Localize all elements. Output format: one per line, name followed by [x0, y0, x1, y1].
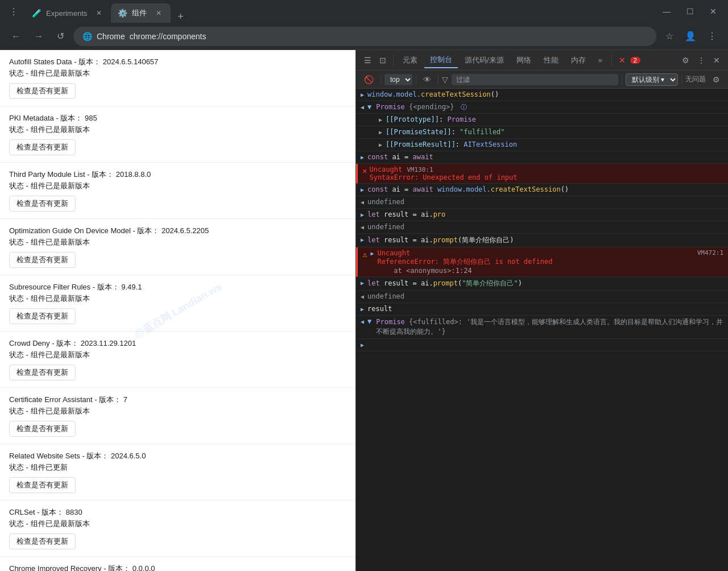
no-issues-label: 无问题 [685, 75, 706, 84]
back-button[interactable]: ← [7, 28, 25, 45]
titlebar: ⋮ 🧪 Experiments ✕ ⚙️ 组件 ✕ + — ☐ ✕ [0, 0, 728, 23]
tab-icon-components: ⚙️ [118, 9, 127, 18]
new-tab-button[interactable]: + [173, 11, 188, 23]
check-update-button[interactable]: 检查是否有更新 [9, 139, 76, 155]
bookmark-button[interactable]: ☆ [661, 27, 678, 45]
arrow-left-icon[interactable]: ◀ [361, 293, 364, 300]
tab-more[interactable]: » [593, 53, 608, 67]
error-count-badge: 2 [630, 57, 640, 64]
component-status: 状态 - 组件已是最新版本 [9, 350, 346, 360]
component-name: Related Website Sets - 版本： 2024.6.5.0 [9, 451, 346, 461]
check-update-button[interactable]: 检查是否有更新 [9, 365, 76, 380]
tab-network[interactable]: 网络 [511, 53, 537, 68]
console-sep-4 [622, 75, 622, 85]
arrow-right-icon[interactable]: ▶ [379, 117, 382, 123]
warning-icon: ⚠ [362, 250, 367, 259]
forward-button[interactable]: → [30, 28, 48, 45]
component-name: CRLSet - 版本： 8830 [9, 507, 346, 518]
component-name: Chrome Improved Recovery - 版本： 0.0.0.0 [9, 564, 346, 571]
arrow-right-icon[interactable]: ▶ [379, 142, 382, 148]
profile-button[interactable]: 👤 [680, 27, 701, 45]
component-name: Subresource Filter Rules - 版本： 9.49.1 [9, 282, 346, 292]
minimize-button[interactable]: — [656, 5, 677, 18]
arrow-right-icon[interactable]: ▶ [361, 280, 364, 286]
arrow-left-icon[interactable]: ◀ [361, 104, 364, 110]
console-context-select[interactable]: top [384, 74, 412, 85]
arrow-right-icon[interactable]: ▶ [361, 154, 364, 160]
console-error-line: ✕ UncaughtVM130:1 SyntaxError: Unexpecte… [356, 164, 728, 184]
console-eye-btn[interactable]: 👁 [420, 73, 435, 86]
devtools-dots-btn[interactable]: ⋮ [694, 53, 709, 67]
console-line: ▶ const ai = await [356, 151, 728, 164]
devtools-layout-btn[interactable]: ⊡ [376, 53, 390, 67]
check-update-button[interactable]: 检查是否有更新 [9, 477, 76, 493]
browser-menu-button[interactable]: ⋮ [703, 27, 721, 45]
url-bar[interactable]: 🌐 Chrome chrome://components [73, 27, 656, 46]
expand-icon-2[interactable]: ▼ [367, 317, 371, 325]
arrow-right-icon[interactable]: ▶ [379, 129, 382, 135]
component-name: Certificate Error Assistant - 版本： 7 [9, 395, 346, 405]
close-button[interactable]: ✕ [703, 5, 723, 18]
tab-console[interactable]: 控制台 [424, 52, 458, 68]
component-item: Certificate Error Assistant - 版本： 7 状态 -… [0, 388, 355, 444]
arrow-right-icon[interactable]: ▶ [361, 187, 364, 193]
arrow-right-icon[interactable]: ▶ [361, 92, 364, 98]
arrow-left-icon[interactable]: ◀ [361, 224, 364, 230]
tab-elements[interactable]: 元素 [397, 53, 423, 68]
check-update-button[interactable]: 检查是否有更新 [9, 421, 76, 437]
arrow-right-icon[interactable]: ▶ [361, 237, 364, 243]
arrow-right-icon[interactable]: ▶ [361, 212, 364, 218]
tab-label-experiments: Experiments [46, 9, 87, 18]
expand-icon[interactable]: ▼ [367, 103, 371, 111]
tab-memory[interactable]: 内存 [565, 53, 592, 68]
arrow-left-icon[interactable]: ◀ [361, 199, 364, 205]
check-update-button[interactable]: 检查是否有更新 [9, 308, 76, 324]
console-level-select[interactable]: 默认级别 ▾ [626, 73, 678, 86]
console-line: ◀ undefined [356, 196, 728, 209]
component-status: 状态 - 组件已是最新版本 [9, 406, 346, 416]
console-line-text: const ai = await window.model.createText… [367, 185, 723, 193]
url-text: chrome://components [130, 32, 206, 41]
console-line: ▶ window.model.createTextSession() [356, 89, 728, 101]
component-status: 状态 - 组件已是最新版本 [9, 181, 346, 191]
console-filter-input[interactable] [452, 74, 618, 85]
url-brand-label: Chrome [97, 32, 125, 41]
arrow-right-icon[interactable]: ▶ [361, 342, 364, 348]
tab-components[interactable]: ⚙️ 组件 ✕ [111, 3, 171, 23]
arrow-right-icon[interactable]: ▶ [370, 250, 374, 256]
addressbar: ← → ↺ 🌐 Chrome chrome://components ☆ 👤 ⋮ [0, 23, 728, 50]
browser-menu-btn[interactable]: ⋮ [5, 4, 23, 19]
devtools-close-btn[interactable]: ✕ [710, 53, 723, 67]
component-item: Crowd Deny - 版本： 2023.11.29.1201 状态 - 组件… [0, 332, 355, 388]
tab-close-experiments[interactable]: ✕ [94, 8, 104, 18]
console-line: ▶ let result = ai.pro [356, 209, 728, 221]
component-name: Third Party Module List - 版本： 2018.8.8.0 [9, 169, 346, 180]
check-update-button[interactable]: 检查是否有更新 [9, 83, 76, 99]
console-line: ▶ [[Prototype]]: Promise [356, 114, 728, 126]
maximize-button[interactable]: ☐ [680, 5, 701, 18]
reload-button[interactable]: ↺ [52, 27, 69, 45]
check-update-button[interactable]: 检查是否有更新 [9, 533, 76, 549]
devtools-menu-btn[interactable]: ☰ [361, 53, 375, 67]
console-line-text: let result = ai.pro [367, 210, 723, 218]
devtools-toolbar: ☰ ⊡ 元素 控制台 源代码/来源 网络 性能 内存 » ✕ 2 ⚙ ⋮ ✕ [356, 50, 728, 71]
filter-icon: ▽ [442, 75, 448, 84]
tab-experiments[interactable]: 🧪 Experiments ✕ [25, 3, 111, 23]
console-line: ▶ let result = ai.prompt("简单介绍你自己") [356, 277, 728, 291]
tab-sources[interactable]: 源代码/来源 [459, 53, 510, 68]
check-update-button[interactable]: 检查是否有更新 [9, 196, 76, 212]
tab-close-components[interactable]: ✕ [154, 8, 164, 18]
arrow-right-icon[interactable]: ▶ [361, 306, 364, 312]
window-controls: — ☐ ✕ [656, 5, 723, 18]
error-icon: ✕ [615, 53, 629, 67]
component-name: Optimization Guide On Device Model - 版本：… [9, 226, 346, 236]
console-clear-btn[interactable]: 🚫 [361, 73, 377, 86]
console-line: ▶ [[PromiseResult]]: AITextSession [356, 139, 728, 151]
console-line: ▶ let result = ai.prompt(简单介绍你自己) [356, 234, 728, 247]
console-settings-btn[interactable]: ⚙ [709, 73, 723, 86]
arrow-left-icon[interactable]: ◀ [361, 318, 364, 325]
devtools-settings-btn[interactable]: ⚙ [679, 53, 693, 67]
check-update-button[interactable]: 检查是否有更新 [9, 252, 76, 268]
component-item: PKI Metadata - 版本： 985 状态 - 组件已是最新版本 检查是… [0, 106, 355, 163]
tab-performance[interactable]: 性能 [538, 53, 564, 68]
